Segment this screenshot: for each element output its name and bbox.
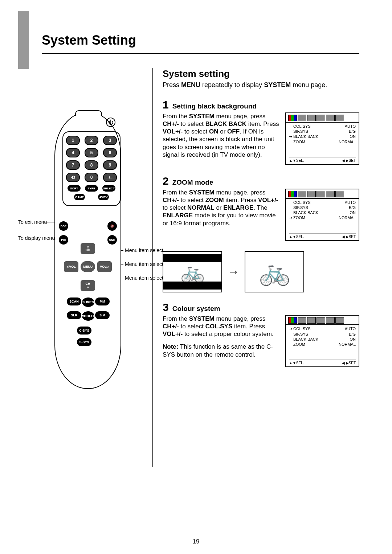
key-game[interactable]: GAME [74,194,85,200]
tv-full: 🚲 [245,251,304,292]
key-ssys[interactable]: S-SYS [77,338,91,346]
step-text: From the SYSTEM menu page, press CH+/- t… [163,189,279,241]
tv-letterbox: 🚲 [163,251,222,292]
key-woofer[interactable]: WOOFER [82,311,94,321]
page-title: System Setting [42,33,359,48]
osd-screen: COL.SYSAUTOSIF.SYSB/G➔BLACK BACKONZOOMNO… [285,112,359,165]
key-6[interactable]: 6 [103,148,117,157]
key-sm[interactable]: S.M [95,311,110,319]
key-pm[interactable]: P.M [95,297,110,305]
key-surrd[interactable]: SURRD [82,297,94,307]
right-column: System setting Press MENU repeatedly to … [160,68,359,467]
key-vol-down[interactable]: ◁VOL [64,261,78,272]
key-mute[interactable]: 🔇 [107,221,117,231]
section-heading: System setting [163,68,359,79]
remote-ir-window [75,110,102,116]
key-5[interactable]: 5 [85,148,98,157]
key-4[interactable]: 4 [66,148,80,157]
osd-screen: ➔COL.SYSAUTOSIF.SYSB/GBLACK BACKONZOOMNO… [285,315,359,367]
key-7[interactable]: 7 [66,160,80,170]
step-number: 3 [163,301,169,313]
key-scan[interactable]: SCAN [67,297,81,305]
step-note: Note: This function is as same as the C-… [163,343,279,358]
bike-icon: 🚲 [259,259,290,284]
key-3[interactable]: 3 [103,136,117,145]
remote-keypad: 1 2 3 4 5 6 7 8 9 [62,131,121,206]
title-rule [42,53,359,54]
key-0[interactable]: 0 [85,173,98,182]
label-menu-item-3: Menu item select [125,275,163,281]
remote-dpad: △CH CH▽ ◁VOL VOL▷ MENU [64,243,112,291]
osd-screen: COL.SYSAUTOSIF.SYSB/GBLACK BACKON➔ZOOMNO… [285,189,359,241]
label-exit-menu: To exit menu [18,219,47,225]
step-title: ZOOM mode [172,178,213,186]
step-text: From the SYSTEM menu page, press CH+/- t… [163,315,279,367]
key-ch-down[interactable]: CH▽ [81,280,95,291]
zoom-illustration: 🚲 → 🚲 [163,251,359,292]
step-text: From the SYSTEM menu page, press CH+/- t… [163,112,279,165]
key-1[interactable]: 1 [66,136,80,145]
page-number: 19 [0,538,392,545]
arrow-right-icon: → [227,264,240,279]
power-button[interactable]: ⏻ [106,118,115,127]
key-loop[interactable]: ⟲ [66,173,80,182]
bike-icon: 🚲 [180,262,205,282]
label-menu-item-1: Menu item select [125,247,163,253]
sidebar-accent [18,11,29,69]
remote-control: ⏻ 1 2 3 4 5 6 7 [54,112,121,389]
key-digits[interactable]: --/--- [103,173,117,182]
key-8[interactable]: 8 [85,160,98,170]
label-menu-item-2: Menu item select [125,261,163,267]
key-slp[interactable]: SLP [67,311,81,319]
key-select[interactable]: SELECT [102,185,115,192]
key-9[interactable]: 9 [103,160,117,170]
key-vol-up[interactable]: VOL▷ [97,261,112,272]
key-type[interactable]: TYPE [85,185,98,192]
section-intro: Press MENU repeatedly to display SYSTEM … [163,81,359,89]
key-ch-up[interactable]: △CH [81,243,95,254]
key-2[interactable]: 2 [85,136,98,145]
left-column: To exit menu To display menu page Menu i… [18,68,153,467]
step-title: Setting black background [172,102,257,110]
step-title: Colour system [172,305,220,313]
step-number: 2 [163,175,169,187]
key-sort[interactable]: SORT [68,185,81,192]
key-menu[interactable]: MENU [81,261,95,272]
key-dsp[interactable]: DSP [59,221,68,231]
key-avtv[interactable]: AV/TV [98,194,109,200]
key-csys[interactable]: C-SYS [77,327,91,335]
step-number: 1 [163,99,169,111]
